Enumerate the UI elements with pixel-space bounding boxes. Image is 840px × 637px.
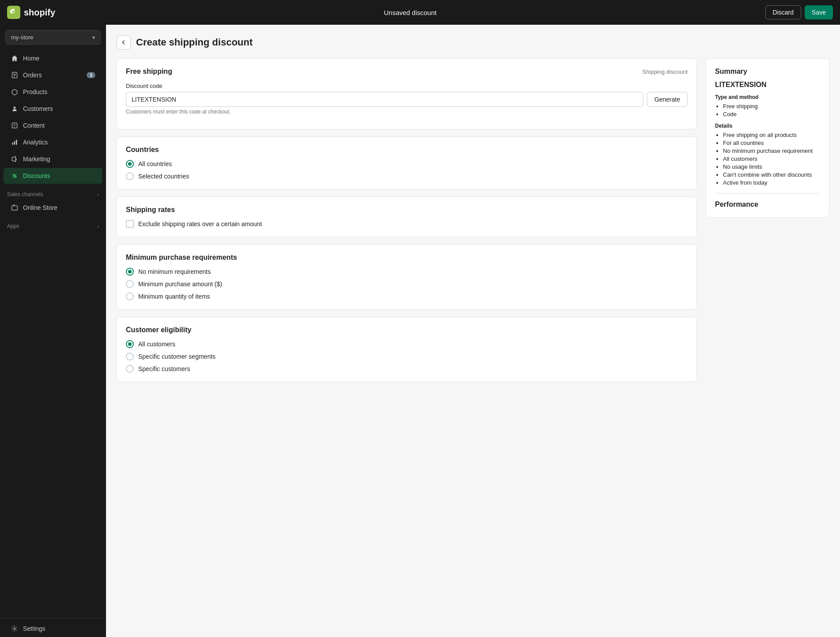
- free-shipping-card: Free shipping Shipping discount Discount…: [117, 58, 697, 129]
- chevron-down-icon: ▾: [92, 34, 95, 41]
- all-countries-option[interactable]: All countries: [126, 160, 688, 168]
- home-icon: [11, 54, 19, 62]
- free-shipping-title: Free shipping: [126, 68, 172, 76]
- no-min-radio: [126, 268, 134, 276]
- sidebar-label-customers: Customers: [23, 105, 53, 112]
- sidebar-item-online-store[interactable]: Online Store: [4, 200, 102, 216]
- exclude-shipping-rates-option[interactable]: Exclude shipping rates over a certain am…: [126, 220, 688, 228]
- specific-customers-option[interactable]: Specific customers: [126, 365, 688, 373]
- customer-eligibility-radio-group: All customers Specific customer segments…: [126, 340, 688, 373]
- svg-point-15: [14, 628, 15, 629]
- main-content: Create shipping discount Free shipping S…: [106, 25, 840, 637]
- summary-card: Summary LITEXTENSION Type and method Fre…: [706, 58, 829, 218]
- specific-segments-label: Specific customer segments: [138, 353, 216, 360]
- min-qty-radio: [126, 292, 134, 300]
- sidebar-item-products[interactable]: Products: [4, 84, 102, 100]
- page-nav-title: Unsaved discount: [62, 9, 758, 16]
- discard-button[interactable]: Discard: [765, 5, 801, 19]
- sidebar-item-orders[interactable]: Orders 3: [4, 67, 102, 83]
- sidebar-item-customers[interactable]: Customers: [4, 101, 102, 117]
- svg-rect-5: [12, 123, 17, 128]
- type-method-label: Type and method: [715, 94, 820, 100]
- countries-title: Countries: [126, 146, 688, 154]
- customer-eligibility-card: Customer eligibility All customers Speci…: [117, 317, 697, 382]
- selected-countries-radio: [126, 172, 134, 180]
- sidebar-item-discounts[interactable]: Discounts: [4, 168, 102, 184]
- min-purchase-radio-group: No minimum requirements Minimum purchase…: [126, 268, 688, 300]
- sidebar-label-online-store: Online Store: [23, 204, 57, 211]
- svg-rect-9: [14, 141, 15, 145]
- selected-countries-option[interactable]: Selected countries: [126, 172, 688, 180]
- orders-badge: 3: [87, 72, 95, 78]
- type-method-list: Free shipping Code: [715, 103, 820, 118]
- sales-channels-label: Sales channels: [7, 191, 43, 197]
- settings-icon: [11, 625, 19, 633]
- svg-rect-8: [12, 143, 13, 145]
- sidebar-item-content[interactable]: Content: [4, 118, 102, 133]
- sidebar-label-settings: Settings: [23, 625, 45, 632]
- topnav-actions: Discard Save: [765, 5, 833, 19]
- generate-button[interactable]: Generate: [647, 92, 688, 107]
- sidebar-label-discounts: Discounts: [23, 172, 50, 179]
- exclude-shipping-checkbox: [126, 220, 134, 228]
- discounts-icon: [11, 172, 19, 180]
- content-area: Free shipping Shipping discount Discount…: [117, 58, 829, 382]
- min-purchase-title: Minimum purchase requirements: [126, 254, 688, 262]
- min-qty-option[interactable]: Minimum quantity of items: [126, 292, 688, 300]
- details-list: Free shipping on all products For all co…: [715, 132, 820, 186]
- selected-countries-label: Selected countries: [138, 173, 189, 180]
- shipping-rates-title: Shipping rates: [126, 206, 688, 214]
- customers-icon: [11, 105, 19, 113]
- sidebar: my-store ▾ Home Orders 3 Products: [0, 25, 106, 637]
- all-customers-option[interactable]: All customers: [126, 340, 688, 348]
- min-purchase-card: Minimum purchase requirements No minimum…: [117, 244, 697, 310]
- store-selector[interactable]: my-store ▾: [5, 30, 101, 45]
- exclude-shipping-label: Exclude shipping rates over a certain am…: [138, 220, 262, 228]
- shipping-rates-card: Shipping rates Exclude shipping rates ov…: [117, 197, 697, 237]
- sales-channels-section[interactable]: Sales channels ›: [0, 184, 106, 199]
- countries-card: Countries All countries Selected countri…: [117, 136, 697, 190]
- orders-icon: [11, 71, 19, 79]
- sidebar-label-content: Content: [23, 122, 45, 129]
- sidebar-label-orders: Orders: [23, 72, 42, 79]
- all-countries-radio: [126, 160, 134, 168]
- shopify-logo-icon: [7, 6, 20, 19]
- specific-segments-radio: [126, 353, 134, 360]
- apps-chevron-icon: ›: [97, 224, 99, 229]
- topnav: shopify Unsaved discount Discard Save: [0, 0, 840, 25]
- specific-customers-radio: [126, 365, 134, 373]
- detail-2: No minimum purchase requirement: [723, 148, 820, 154]
- discount-code-helper: Customers must enter this code at checko…: [126, 109, 688, 115]
- side-column: Summary LITEXTENSION Type and method Fre…: [706, 58, 829, 382]
- specific-segments-option[interactable]: Specific customer segments: [126, 353, 688, 360]
- apps-section[interactable]: Apps ›: [0, 216, 106, 231]
- svg-point-4: [14, 106, 16, 109]
- min-amount-option[interactable]: Minimum purchase amount ($): [126, 280, 688, 288]
- marketing-icon: [11, 155, 19, 163]
- summary-type: Free shipping: [723, 103, 820, 110]
- svg-point-12: [15, 176, 16, 178]
- chevron-right-icon: ›: [97, 192, 99, 197]
- sidebar-item-analytics[interactable]: Analytics: [4, 134, 102, 150]
- shipping-discount-subtitle: Shipping discount: [642, 68, 688, 75]
- back-button[interactable]: [117, 35, 131, 49]
- discount-code-group: Discount code Generate Customers must en…: [126, 83, 688, 115]
- min-amount-radio: [126, 280, 134, 288]
- sidebar-label-products: Products: [23, 88, 47, 95]
- customer-eligibility-title: Customer eligibility: [126, 326, 688, 334]
- discount-code-label: Discount code: [126, 83, 688, 89]
- sidebar-item-settings[interactable]: Settings: [4, 621, 102, 637]
- detail-5: Can't combine with other discounts: [723, 171, 820, 178]
- apps-label: Apps: [7, 223, 19, 229]
- page-title: Create shipping discount: [136, 37, 253, 48]
- sidebar-item-home[interactable]: Home: [4, 50, 102, 66]
- content-icon: [11, 121, 19, 129]
- svg-point-11: [13, 174, 14, 175]
- no-min-option[interactable]: No minimum requirements: [126, 268, 688, 276]
- save-button[interactable]: Save: [805, 5, 833, 19]
- sidebar-item-marketing[interactable]: Marketing: [4, 151, 102, 167]
- svg-line-13: [13, 174, 16, 178]
- detail-1: For all countries: [723, 140, 820, 146]
- countries-radio-group: All countries Selected countries: [126, 160, 688, 180]
- discount-code-input[interactable]: [126, 92, 643, 107]
